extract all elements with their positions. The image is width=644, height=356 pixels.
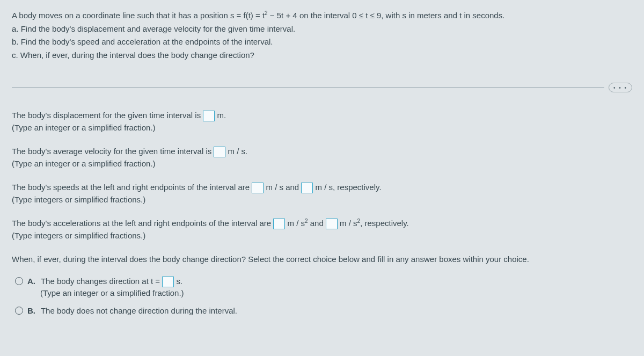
speeds-post: m / s, respectively. (313, 183, 381, 192)
problem-statement: A body moves on a coordinate line such t… (12, 10, 632, 61)
displacement-post: m. (215, 111, 226, 120)
accels-block: The body's accelerations at the left and… (12, 217, 632, 242)
more-options-button[interactable]: • • • (609, 83, 632, 92)
intro-text-2: − 5t + 4 on the interval 0 ≤ t ≤ 9, with… (268, 11, 505, 20)
part-b: b. Find the body's speed and acceleratio… (12, 36, 632, 48)
choice-a-body: A. The body changes direction at t = s. … (27, 275, 632, 300)
accels-post: , respectively. (360, 219, 409, 228)
part-a: a. Find the body's displacement and aver… (12, 23, 632, 35)
avgvel-post: m / s. (225, 147, 247, 156)
speeds-hint: (Type integers or simplified fractions.) (12, 194, 632, 206)
accels-line: The body's accelerations at the left and… (12, 217, 632, 230)
direction-prompt: When, if ever, during the interval does … (12, 253, 632, 266)
displacement-input[interactable] (203, 111, 215, 121)
part-c: c. When, if ever, during the interval do… (12, 49, 632, 62)
accels-hint: (Type integers or simplified fractions.) (12, 230, 632, 242)
speed-left-input[interactable] (252, 183, 264, 193)
displacement-line: The body's displacement for the given ti… (12, 110, 632, 122)
speeds-pre: The body's speeds at the left and right … (12, 183, 252, 192)
accels-mid: and (308, 219, 326, 228)
choice-b-radio[interactable] (15, 307, 23, 315)
direction-block: When, if ever, during the interval does … (12, 253, 632, 317)
choice-a-radio[interactable] (15, 277, 23, 285)
avgvel-input[interactable] (214, 147, 225, 157)
intro-text: A body moves on a coordinate line such t… (12, 11, 265, 20)
accels-pre: The body's accelerations at the left and… (12, 219, 273, 228)
choice-a-hint: (Type an integer or a simplified fractio… (40, 287, 632, 300)
accel-unit2: m / s (338, 219, 357, 228)
speeds-line: The body's speeds at the left and right … (12, 181, 632, 194)
speeds-block: The body's speeds at the left and right … (12, 181, 632, 206)
avgvel-pre: The body's average velocity for the give… (12, 147, 214, 156)
avgvel-hint: (Type an integer or a simplified fractio… (12, 158, 632, 170)
choice-b-text: The body does not change direction durin… (41, 306, 237, 315)
choice-a-text2: s. (174, 277, 182, 286)
divider-row: • • • (12, 83, 632, 92)
choice-b-row: B. The body does not change direction du… (15, 305, 632, 317)
choice-a-line: A. The body changes direction at t = s. (27, 275, 632, 288)
displacement-pre: The body's displacement for the given ti… (12, 111, 203, 120)
choice-b-line: B. The body does not change direction du… (27, 305, 632, 317)
choice-a-text1: The body changes direction at t = (41, 277, 162, 286)
accel-right-input[interactable] (326, 219, 338, 229)
speeds-mid: m / s and (264, 183, 301, 192)
displacement-hint: (Type an integer or a simplified fractio… (12, 122, 632, 134)
avgvel-line: The body's average velocity for the give… (12, 146, 632, 158)
choice-a-label: A. (27, 277, 35, 286)
accel-unit1: m / s (285, 219, 305, 228)
accel-left-input[interactable] (273, 219, 285, 229)
choice-b-body: B. The body does not change direction du… (27, 305, 632, 317)
choice-a-row: A. The body changes direction at t = s. … (15, 275, 632, 300)
direction-time-input[interactable] (162, 277, 174, 287)
avgvel-block: The body's average velocity for the give… (12, 146, 632, 170)
displacement-block: The body's displacement for the given ti… (12, 110, 632, 134)
choice-b-label: B. (27, 306, 35, 315)
divider-line (12, 88, 604, 88)
speed-right-input[interactable] (301, 183, 313, 193)
intro-line: A body moves on a coordinate line such t… (12, 10, 632, 22)
